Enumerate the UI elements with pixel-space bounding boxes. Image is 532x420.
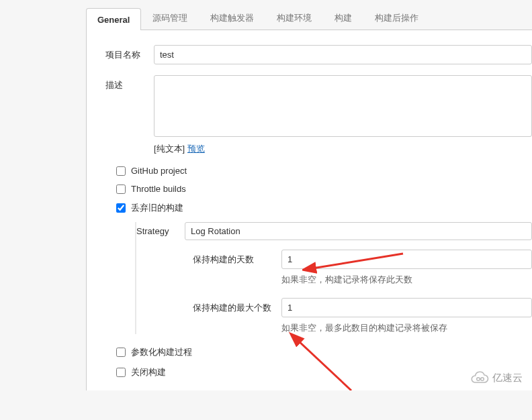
- brand-text: 亿速云: [492, 372, 523, 384]
- tab-triggers[interactable]: 构建触发器: [199, 5, 265, 30]
- svg-point-3: [480, 378, 484, 381]
- parameterized-build-checkbox[interactable]: [116, 348, 126, 357]
- throttle-builds-label[interactable]: Throttle builds: [131, 184, 186, 194]
- config-tabs: General 源码管理 构建触发器 构建环境 构建 构建后操作: [86, 0, 532, 30]
- plain-text-label: [纯文本]: [154, 144, 185, 154]
- disable-build-checkbox[interactable]: [116, 368, 126, 377]
- parameterized-build-label[interactable]: 参数化构建过程: [131, 346, 192, 358]
- description-textarea[interactable]: [154, 75, 532, 137]
- cloud-icon: [470, 371, 490, 384]
- throttle-builds-checkbox[interactable]: [116, 185, 126, 194]
- general-section: 项目名称 描述 [纯文本] 预览 GitHub project Throttle…: [86, 30, 532, 390]
- days-to-keep-hint: 如果非空，构建记录将保存此天数: [281, 274, 532, 286]
- max-to-keep-hint: 如果非空，最多此数目的构建记录将被保存: [281, 323, 532, 334]
- max-to-keep-label: 保持构建的最大个数: [193, 302, 281, 314]
- project-name-input[interactable]: [154, 45, 532, 64]
- max-to-keep-input[interactable]: [281, 298, 532, 317]
- brand-logo: 亿速云: [459, 365, 532, 390]
- preview-link[interactable]: 预览: [187, 144, 205, 154]
- github-project-checkbox[interactable]: [116, 166, 126, 176]
- svg-point-2: [476, 378, 480, 381]
- strategy-label: Strategy: [136, 226, 185, 236]
- discard-old-builds-label[interactable]: 丢弃旧的构建: [131, 202, 183, 214]
- discard-old-builds-checkbox[interactable]: [116, 203, 126, 213]
- days-to-keep-label: 保持构建的天数: [193, 254, 281, 266]
- days-to-keep-input[interactable]: [281, 250, 532, 269]
- tab-build[interactable]: 构建: [323, 5, 363, 30]
- tab-scm[interactable]: 源码管理: [141, 5, 199, 30]
- tab-environment[interactable]: 构建环境: [265, 5, 323, 30]
- tab-post[interactable]: 构建后操作: [363, 5, 430, 30]
- tab-general[interactable]: General: [86, 8, 141, 30]
- disable-build-label[interactable]: 关闭构建: [131, 366, 166, 378]
- project-name-label: 项目名称: [105, 45, 154, 61]
- strategy-select[interactable]: Log Rotation: [185, 222, 532, 240]
- github-project-label[interactable]: GitHub project: [131, 166, 187, 176]
- description-label: 描述: [105, 75, 154, 91]
